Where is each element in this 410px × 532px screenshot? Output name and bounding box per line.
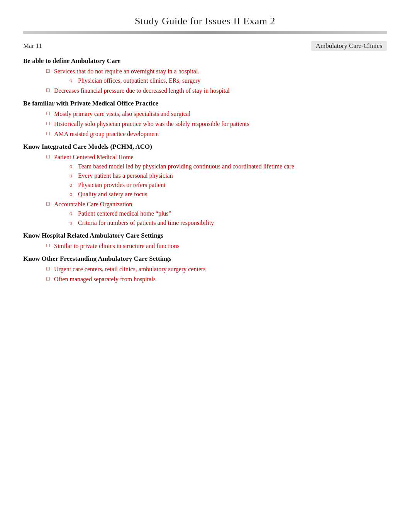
list-item: Urgent care centers, retail clinics, amb… bbox=[46, 266, 387, 273]
list-level1-freestanding-ambulatory: Urgent care centers, retail clinics, amb… bbox=[23, 266, 387, 283]
list-level1-hospital-ambulatory: Similar to private clinics in structure … bbox=[23, 243, 387, 250]
list-item: Physician offices, outpatient clinics, E… bbox=[69, 77, 387, 84]
date-label: Mar 11 bbox=[23, 42, 42, 50]
section-ambulatory-care: Be able to define Ambulatory CareService… bbox=[23, 57, 387, 94]
list-item: Patient Centered Medical HomeTeam based … bbox=[46, 154, 387, 198]
list-level1-ambulatory-care: Services that do not require an overnigh… bbox=[23, 68, 387, 94]
list-item: Criteria for numbers of patients and tim… bbox=[69, 219, 387, 226]
list-item: Physician provides or refers patient bbox=[69, 182, 387, 189]
section-hospital-ambulatory: Know Hospital Related Ambulatory Care Se… bbox=[23, 232, 387, 250]
list-item: Patient centered medical home “plus” bbox=[69, 210, 387, 217]
section-private-medical: Be familiar with Private Medical Office … bbox=[23, 100, 387, 138]
list-level2: Physician offices, outpatient clinics, E… bbox=[54, 77, 387, 84]
section-heading-freestanding-ambulatory: Know Other Freestanding Ambulatory Care … bbox=[23, 255, 387, 263]
list-level2: Patient centered medical home “plus”Crit… bbox=[54, 210, 387, 226]
page-title: Study Guide for Issues II Exam 2 bbox=[23, 15, 387, 27]
list-item: Quality and safety are focus bbox=[69, 191, 387, 198]
list-item: Historically solo physician practice who… bbox=[46, 121, 387, 127]
section-integrated-care: Know Integrated Care Models (PCHM, ACO)P… bbox=[23, 143, 387, 226]
sections-container: Be able to define Ambulatory CareService… bbox=[23, 57, 387, 283]
list-level1-private-medical: Mostly primary care visits, also special… bbox=[23, 110, 387, 138]
list-item: Similar to private clinics in structure … bbox=[46, 243, 387, 250]
list-item: Services that do not require an overnigh… bbox=[46, 68, 387, 84]
header-row: Mar 11 Ambulatory Care-Clinics bbox=[23, 41, 387, 51]
section-heading-integrated-care: Know Integrated Care Models (PCHM, ACO) bbox=[23, 143, 387, 151]
list-level1-integrated-care: Patient Centered Medical HomeTeam based … bbox=[23, 154, 387, 226]
page-container: Study Guide for Issues II Exam 2 Mar 11 … bbox=[0, 0, 410, 532]
list-item: Often managed separately from hospitals bbox=[46, 276, 387, 283]
list-item: Mostly primary care visits, also special… bbox=[46, 110, 387, 117]
topic-label: Ambulatory Care-Clinics bbox=[311, 41, 387, 51]
section-heading-private-medical: Be familiar with Private Medical Office … bbox=[23, 100, 387, 107]
list-item: Every patient has a personal physician bbox=[69, 172, 387, 179]
list-item: Accountable Care OrganizationPatient cen… bbox=[46, 201, 387, 226]
list-item: Team based model led by physician provid… bbox=[69, 163, 387, 170]
list-item: Decreases financial pressure due to decr… bbox=[46, 87, 387, 94]
section-freestanding-ambulatory: Know Other Freestanding Ambulatory Care … bbox=[23, 255, 387, 283]
list-level2: Team based model led by physician provid… bbox=[54, 163, 387, 198]
section-heading-hospital-ambulatory: Know Hospital Related Ambulatory Care Se… bbox=[23, 232, 387, 240]
section-heading-ambulatory-care: Be able to define Ambulatory Care bbox=[23, 57, 387, 65]
list-item: AMA resisted group practice development bbox=[46, 131, 387, 138]
title-divider bbox=[23, 31, 387, 34]
